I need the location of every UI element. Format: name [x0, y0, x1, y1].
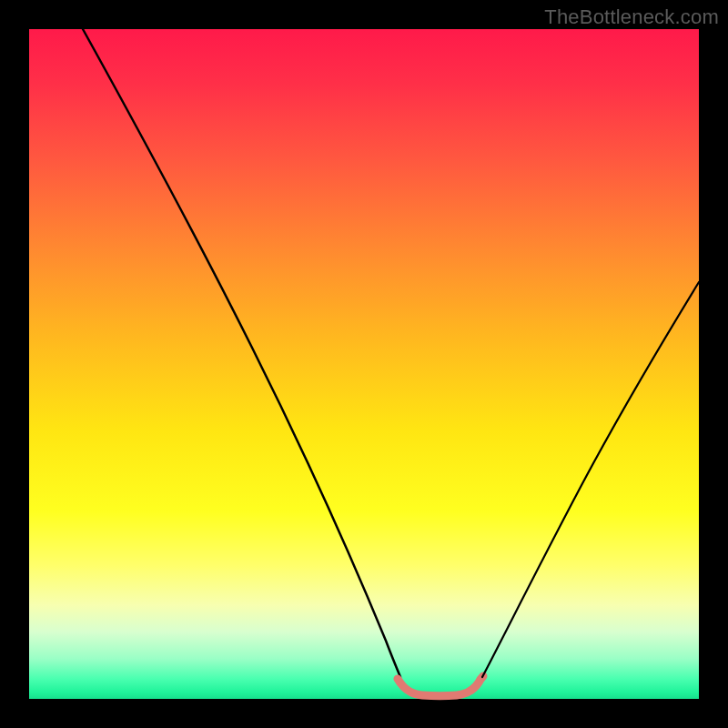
flat-segment: [398, 676, 483, 696]
chart-container: TheBottleneck.com: [0, 0, 728, 728]
plot-area: [29, 29, 699, 699]
left-curve: [83, 29, 400, 677]
curve-overlay: [29, 29, 699, 699]
watermark-text: TheBottleneck.com: [544, 5, 719, 29]
right-curve: [482, 282, 699, 677]
